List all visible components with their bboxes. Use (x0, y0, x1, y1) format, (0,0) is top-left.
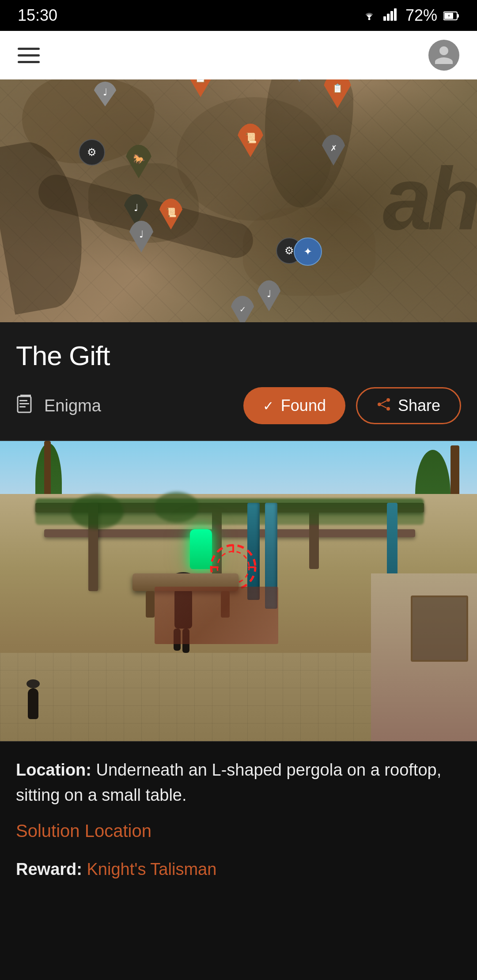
reward-description: Reward: Knight's Talisman (16, 857, 461, 882)
category-label: Enigma (16, 393, 101, 418)
svg-rect-9 (19, 400, 27, 401)
share-icon (377, 397, 391, 415)
svg-rect-2 (387, 14, 390, 21)
svg-point-12 (386, 398, 390, 402)
checkmark-icon: ✓ (263, 398, 274, 414)
category-text: Enigma (44, 396, 101, 415)
share-button[interactable]: Share (356, 387, 461, 424)
battery-icon (443, 6, 459, 25)
svg-point-0 (368, 18, 370, 20)
status-bar: 15:30 72% (0, 0, 477, 31)
map-pin-music-1[interactable]: ♩ (93, 82, 117, 106)
map-pin-gray-topright[interactable]: ✗ (321, 135, 346, 166)
description-section: Location: Underneath an L-shaped pergola… (0, 741, 477, 891)
svg-rect-4 (394, 8, 397, 21)
info-section: The Gift Enigma ✓ Found (0, 322, 477, 440)
map-pin-gear-blue[interactable]: ✦ (294, 237, 322, 266)
battery-percent: 72% (405, 6, 437, 25)
time: 15:30 (18, 6, 57, 25)
action-buttons: ✓ Found Share (243, 387, 461, 424)
item-title: The Gift (16, 340, 461, 371)
map-pin-scroll[interactable]: 📜 (236, 124, 265, 157)
person-icon (433, 44, 455, 66)
map-pin-music-gray[interactable]: ♩ (128, 221, 155, 253)
map-area[interactable]: ah ♩ 📋 ♩ 📋 (0, 31, 477, 322)
reward-item-link[interactable]: Knight's Talisman (87, 860, 216, 878)
svg-rect-3 (390, 11, 393, 21)
map-pin-gray-partial[interactable]: ✓ (230, 296, 255, 322)
svg-rect-7 (457, 14, 459, 18)
map-pin-horse[interactable]: 🐎 (125, 145, 153, 178)
found-button[interactable]: ✓ Found (243, 387, 345, 424)
profile-button[interactable] (428, 40, 459, 71)
svg-rect-11 (19, 406, 26, 407)
solution-location-link[interactable]: Solution Location (16, 821, 461, 841)
location-screenshot (0, 441, 477, 741)
svg-line-16 (381, 405, 386, 408)
map-pin-music-bottom-1[interactable]: ♩ (256, 280, 282, 311)
map-pin-orange-small[interactable]: 📜 (158, 199, 184, 230)
status-icons: 72% (361, 6, 459, 25)
svg-line-15 (381, 401, 386, 403)
svg-rect-1 (383, 16, 386, 21)
found-label: Found (281, 396, 326, 415)
svg-point-13 (378, 403, 381, 406)
wifi-icon (361, 6, 377, 25)
map-pin-gear-dark[interactable]: ⚙ (79, 139, 105, 166)
item-meta: Enigma ✓ Found Share (16, 387, 461, 424)
location-label: Location: (16, 761, 91, 779)
content-section: Location: Underneath an L-shaped pergola… (0, 441, 477, 891)
signal-icon (383, 6, 399, 25)
svg-point-14 (386, 407, 390, 411)
enigma-icon (16, 393, 37, 418)
reward-label: Reward: (16, 860, 82, 878)
menu-button[interactable] (18, 48, 40, 63)
share-label: Share (398, 396, 440, 415)
top-nav (0, 31, 477, 79)
location-description: Location: Underneath an L-shaped pergola… (16, 758, 461, 808)
svg-rect-10 (19, 403, 29, 404)
